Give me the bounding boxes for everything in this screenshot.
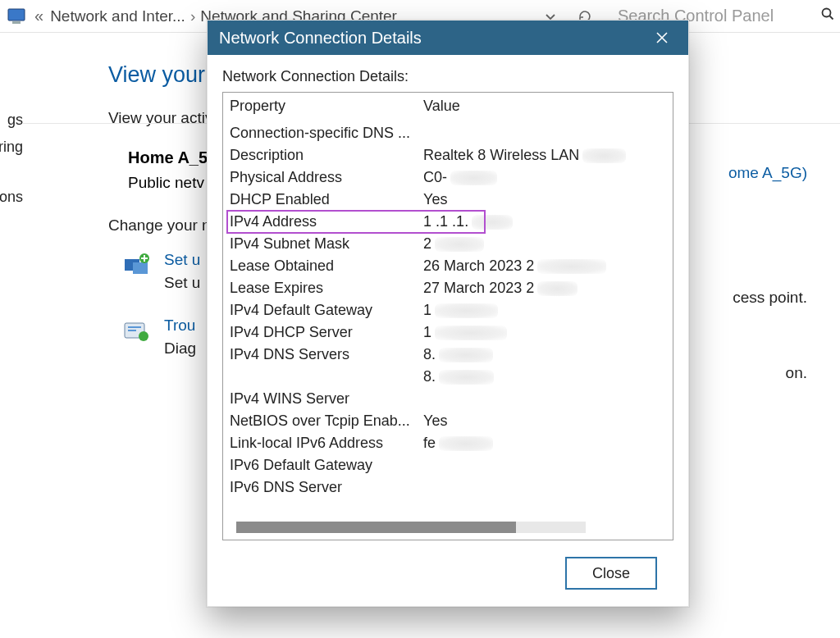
column-header-property[interactable]: Property [223,93,417,122]
property-cell: DHCP Enabled [223,189,417,211]
table-row[interactable]: Connection-specific DNS ... [223,122,673,145]
value-cell: 1 [417,321,673,344]
property-cell: Link-local IPv6 Address [223,432,417,454]
value-cell: 26 March 2023 2 [417,255,673,277]
value-cell: Yes [417,189,673,211]
property-cell: Lease Obtained [223,255,417,277]
table-row[interactable]: IPv4 WINS Server [223,388,673,410]
details-table-container: Property Value Connection-specific DNS .… [222,92,673,540]
value-cell [417,388,673,410]
property-cell: Lease Expires [223,277,417,299]
value-cell [417,476,673,499]
property-cell [223,366,417,388]
property-cell: IPv4 WINS Server [223,388,417,410]
table-row[interactable]: IPv4 Default Gateway1 [223,299,673,321]
close-icon[interactable] [647,23,677,52]
table-row[interactable]: IPv6 DNS Server [223,476,673,499]
property-cell: IPv4 DNS Servers [223,344,417,366]
property-cell: IPv6 DNS Server [223,476,417,499]
table-row[interactable]: Link-local IPv6 Addressfe [223,432,673,454]
table-row[interactable]: Lease Expires27 March 2023 2 [223,277,673,299]
property-cell: IPv4 Address [223,211,417,233]
property-cell: NetBIOS over Tcpip Enab... [223,410,417,432]
dialog-title: Network Connection Details [219,29,422,48]
value-cell: Yes [417,410,673,432]
value-cell: fe [417,432,673,454]
value-cell: 8. [417,366,673,388]
horizontal-scrollbar[interactable] [236,522,586,533]
table-row[interactable]: DHCP EnabledYes [223,189,673,211]
property-cell: IPv4 DHCP Server [223,321,417,344]
value-cell: C0- [417,166,673,189]
property-cell: Description [223,144,417,166]
close-button[interactable]: Close [565,557,657,590]
network-connection-details-dialog: Network Connection Details Network Conne… [207,20,689,607]
table-row[interactable]: IPv4 DHCP Server1 [223,321,673,344]
details-table: Property Value Connection-specific DNS .… [223,93,673,499]
value-cell: 1 .1 .1. [417,211,673,233]
dialog-backdrop: Network Connection Details Network Conne… [0,0,840,638]
table-row[interactable]: NetBIOS over Tcpip Enab...Yes [223,410,673,432]
dialog-body-label: Network Connection Details: [222,68,673,85]
table-row[interactable]: IPv6 Default Gateway [223,454,673,476]
table-row[interactable]: Lease Obtained26 March 2023 2 [223,255,673,277]
property-cell: Physical Address [223,166,417,189]
value-cell [417,122,673,145]
value-cell: 2 [417,233,673,255]
table-row[interactable]: DescriptionRealtek 8 Wireless LAN [223,144,673,166]
value-cell: 1 [417,299,673,321]
value-cell: 27 March 2023 2 [417,277,673,299]
property-cell: IPv4 Subnet Mask [223,233,417,255]
table-row[interactable]: IPv4 Subnet Mask2 [223,233,673,255]
column-header-value[interactable]: Value [417,93,673,122]
dialog-titlebar[interactable]: Network Connection Details [208,21,688,55]
table-row[interactable]: 8. [223,366,673,388]
property-cell: IPv4 Default Gateway [223,299,417,321]
value-cell: Realtek 8 Wireless LAN [417,144,673,166]
property-cell: IPv6 Default Gateway [223,454,417,476]
value-cell: 8. [417,344,673,366]
table-row[interactable]: IPv4 Address1 .1 .1. [223,211,673,233]
value-cell [417,454,673,476]
table-row[interactable]: Physical AddressC0- [223,166,673,189]
table-row[interactable]: IPv4 DNS Servers8. [223,344,673,366]
scrollbar-thumb[interactable] [236,522,516,533]
property-cell: Connection-specific DNS ... [223,122,417,145]
